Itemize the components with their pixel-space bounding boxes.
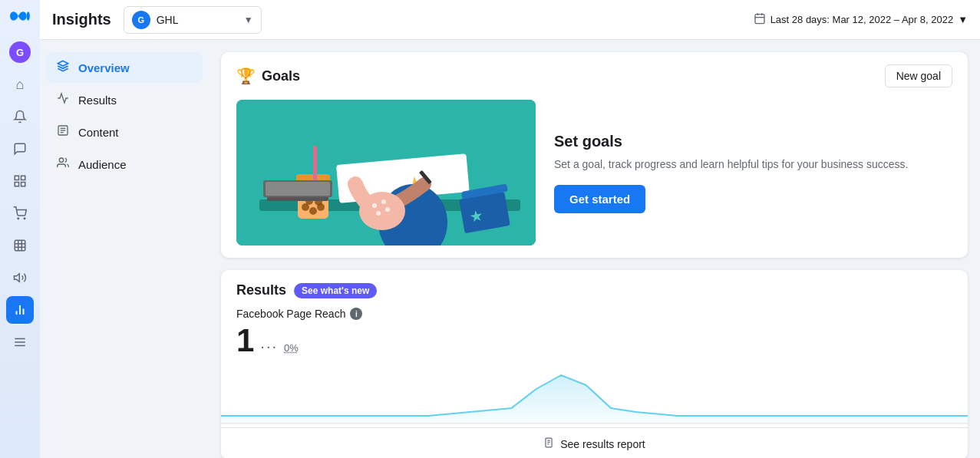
metric-dots: ··· [260,338,278,355]
results-header: Results See what's new [236,282,952,298]
svg-marker-8 [15,274,20,282]
nav-item-overview[interactable]: Overview [46,52,203,83]
goals-description: Set a goal, track progress and learn hel… [554,157,952,173]
content-icon [55,124,71,140]
svg-point-23 [59,158,63,162]
set-goals-title: Set goals [554,133,952,150]
account-selector[interactable]: G GHL ▼ [124,6,262,34]
svg-text:★: ★ [468,206,485,226]
account-name: GHL [157,14,238,26]
top-header: Insights G GHL ▼ Last 28 days: Mar 12, 2… [40,0,980,40]
goals-title-area: 🏆 Goals [236,67,300,85]
see-results-label: See results report [560,438,645,450]
svg-point-32 [381,199,386,204]
date-range-text: Last 28 days: Mar 12, 2022 – Apr 8, 2022 [770,14,954,25]
goals-content: ★ Set goals Set a goal, track progress a… [236,100,952,245]
account-avatar: G [132,11,150,29]
nav-item-audience[interactable]: Audience [46,149,203,180]
page-title: Insights [52,11,111,28]
results-title: Results [236,282,286,298]
pages-icon[interactable] [6,167,34,195]
overview-icon [55,60,71,75]
content-area: 🏆 Goals New goal [209,40,980,458]
user-avatar[interactable]: G [9,41,31,63]
account-dropdown-arrow: ▼ [244,15,253,25]
report-icon [543,437,554,450]
calendar-icon [754,12,766,28]
new-goal-button[interactable]: New goal [885,64,952,87]
goals-title: Goals [262,68,300,84]
svg-rect-1 [15,176,18,180]
results-icon [55,92,71,107]
info-icon[interactable]: i [350,308,362,320]
svg-point-30 [359,192,405,230]
megaphone-icon[interactable] [6,264,34,292]
nav-label-audience: Audience [78,158,127,171]
svg-point-0 [27,12,30,20]
nav-item-content[interactable]: Content [46,117,203,147]
svg-rect-4 [15,183,18,186]
svg-point-39 [309,207,317,215]
main-content: Insights G GHL ▼ Last 28 days: Mar 12, 2… [40,0,980,458]
see-results-footer[interactable]: See results report [221,427,968,458]
svg-point-5 [18,218,19,219]
nav-label-overview: Overview [78,61,130,74]
trophy-icon: 🏆 [236,67,256,85]
svg-rect-15 [755,14,764,23]
goals-text-area: Set goals Set a goal, track progress and… [554,133,952,213]
menu-icon[interactable] [6,328,34,356]
cart-icon[interactable] [6,199,34,227]
svg-rect-2 [21,176,25,180]
goals-illustration: ★ [236,100,536,245]
svg-point-33 [376,211,381,216]
svg-point-6 [24,218,25,219]
meta-logo[interactable] [8,9,31,26]
bell-icon[interactable] [6,103,34,130]
get-started-button[interactable]: Get started [554,185,645,213]
goals-header: 🏆 Goals New goal [236,64,952,87]
audience-icon [55,157,71,172]
table-icon[interactable] [6,232,34,259]
metric-value-row: 1 ··· 0% [236,325,952,357]
metric-big-value: 1 [236,325,254,357]
icon-sidebar: G ⌂ [0,0,40,458]
results-badge[interactable]: See what's new [294,283,377,298]
home-icon[interactable]: ⌂ [6,71,34,98]
body-area: Overview Results Content Audience [40,40,980,458]
svg-point-34 [385,207,390,212]
date-range-dropdown-arrow: ▼ [958,14,968,25]
chat-icon[interactable] [6,135,34,163]
results-card: Results See what's new Facebook Page Rea… [221,270,968,458]
nav-label-results: Results [78,94,117,107]
metric-label: Facebook Page Reach i [236,308,952,320]
goals-card: 🏆 Goals New goal [221,52,968,258]
date-range-selector[interactable]: Last 28 days: Mar 12, 2022 – Apr 8, 2022… [754,12,968,28]
chart-area [221,366,968,427]
svg-rect-37 [313,146,317,184]
left-nav: Overview Results Content Audience [40,40,209,458]
svg-rect-45 [266,182,330,196]
metric-percent: 0% [284,342,299,354]
nav-label-content: Content [78,126,119,139]
nav-item-results[interactable]: Results [46,84,203,115]
chart-icon[interactable] [6,296,34,324]
svg-rect-3 [21,183,25,186]
metric-label-text: Facebook Page Reach [236,308,345,320]
svg-point-31 [372,203,377,208]
svg-rect-7 [15,240,25,251]
